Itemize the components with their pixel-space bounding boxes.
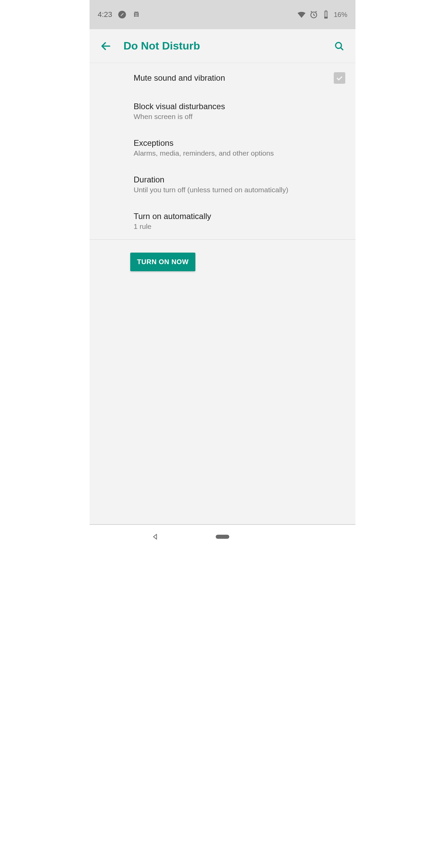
row-subtitle: When screen is off [134, 113, 347, 121]
status-bar: 4:23 16% [90, 0, 355, 29]
status-time: 4:23 [98, 10, 112, 19]
row-subtitle: 1 rule [134, 222, 347, 231]
system-nav-bar [90, 525, 355, 549]
alarm-icon [309, 10, 318, 19]
nav-back-button[interactable] [145, 533, 166, 540]
row-title: Duration [134, 175, 347, 184]
app-bar: Do Not Disturb [90, 29, 355, 63]
row-duration[interactable]: Duration Until you turn off (unless turn… [90, 166, 355, 203]
turn-on-now-button[interactable]: TURN ON NOW [130, 253, 195, 271]
dnd-status-icon [118, 10, 127, 19]
row-title: Block visual disturbances [134, 102, 347, 111]
settings-list: Mute sound and vibration Block visual di… [90, 63, 355, 239]
svg-rect-5 [325, 17, 328, 18]
row-block-visual[interactable]: Block visual disturbances When screen is… [90, 93, 355, 130]
svg-rect-4 [325, 11, 327, 12]
debug-icon [132, 10, 141, 19]
row-title: Mute sound and vibration [134, 73, 347, 83]
row-title: Turn on automatically [134, 212, 347, 221]
nav-home-pill[interactable] [216, 535, 229, 539]
page-title: Do Not Disturb [123, 40, 331, 52]
search-button[interactable] [331, 38, 347, 54]
wifi-icon [297, 10, 306, 19]
row-mute-sound-vibration[interactable]: Mute sound and vibration [90, 63, 355, 93]
mute-checkbox[interactable] [334, 72, 345, 84]
row-exceptions[interactable]: Exceptions Alarms, media, reminders, and… [90, 130, 355, 166]
back-button[interactable] [98, 38, 114, 54]
battery-percent: 16% [334, 11, 347, 19]
row-subtitle: Until you turn off (unless turned on aut… [134, 186, 347, 194]
row-title: Exceptions [134, 138, 347, 148]
content-area: Mute sound and vibration Block visual di… [90, 63, 355, 524]
row-turn-on-auto[interactable]: Turn on automatically 1 rule [90, 203, 355, 239]
row-subtitle: Alarms, media, reminders, and other opti… [134, 149, 347, 157]
battery-icon [322, 10, 330, 19]
